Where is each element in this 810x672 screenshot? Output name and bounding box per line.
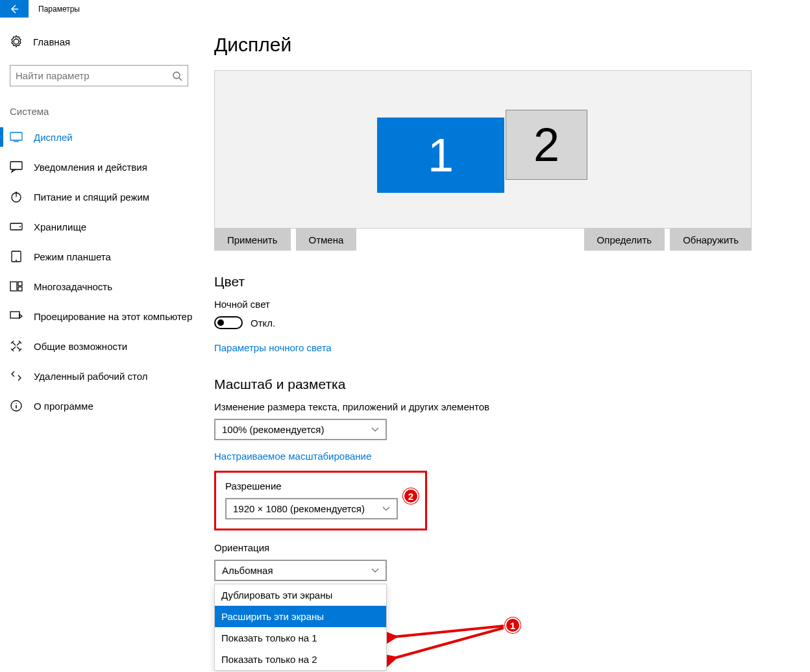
sidebar-item-label: Хранилище bbox=[34, 221, 86, 232]
custom-scaling-link[interactable]: Настраиваемое масштабирование bbox=[214, 451, 784, 462]
sidebar-item-label: Режим планшета bbox=[34, 251, 111, 262]
titlebar: Параметры bbox=[0, 0, 810, 18]
sidebar-item-label: Дисплей bbox=[34, 132, 73, 143]
sidebar: Главная Система Дисплей Уведомления и де… bbox=[0, 18, 195, 671]
sidebar-item-storage[interactable]: Хранилище bbox=[10, 212, 195, 242]
power-icon bbox=[10, 190, 23, 203]
sidebar-item-label: Удаленный рабочий стол bbox=[34, 371, 147, 382]
remote-icon bbox=[10, 369, 23, 382]
multi-display-dropdown[interactable]: Дублировать эти экраны Расширить эти экр… bbox=[214, 584, 387, 671]
dropdown-item-show-2[interactable]: Показать только на 2 bbox=[215, 649, 386, 670]
sidebar-item-multitask[interactable]: Многозадачность bbox=[10, 271, 195, 301]
resolution-label: Разрешение bbox=[225, 480, 416, 492]
svg-rect-8 bbox=[18, 282, 22, 286]
sidebar-section-label: Система bbox=[10, 106, 195, 117]
arrow-left-icon bbox=[9, 4, 19, 14]
search-icon bbox=[172, 71, 182, 81]
search-input[interactable] bbox=[16, 70, 172, 81]
tablet-icon bbox=[10, 250, 23, 263]
sidebar-item-label: Питание и спящий режим bbox=[34, 192, 149, 203]
svg-rect-1 bbox=[10, 132, 22, 140]
sidebar-item-display[interactable]: Дисплей bbox=[10, 122, 195, 152]
sidebar-item-remote[interactable]: Удаленный рабочий стол bbox=[10, 361, 195, 391]
search-box[interactable] bbox=[10, 65, 188, 86]
sidebar-item-tablet[interactable]: Режим планшета bbox=[10, 242, 195, 271]
chevron-down-icon bbox=[371, 568, 379, 573]
home-label: Главная bbox=[33, 36, 70, 47]
sidebar-item-label: Многозадачность bbox=[34, 281, 112, 292]
scale-label: Изменение размера текста, приложений и д… bbox=[214, 401, 784, 412]
sidebar-item-label: О программе bbox=[34, 401, 93, 412]
multitask-icon bbox=[10, 280, 23, 293]
svg-rect-9 bbox=[18, 287, 22, 291]
gear-icon bbox=[10, 35, 23, 48]
info-icon bbox=[10, 399, 23, 412]
svg-rect-10 bbox=[10, 312, 19, 318]
dropdown-item-show-1[interactable]: Показать только на 1 bbox=[215, 627, 386, 649]
chevron-down-icon bbox=[382, 506, 390, 512]
svg-rect-7 bbox=[10, 282, 17, 291]
color-heading: Цвет bbox=[214, 274, 784, 290]
message-icon bbox=[10, 160, 23, 173]
sidebar-item-projecting[interactable]: Проецирование на этот компьютер bbox=[10, 301, 195, 331]
apply-button[interactable]: Применить bbox=[214, 229, 291, 251]
annotation-badge-2: 2 bbox=[403, 488, 419, 504]
sidebar-item-power[interactable]: Питание и спящий режим bbox=[10, 182, 195, 212]
scale-combo[interactable]: 100% (рекомендуется) bbox=[214, 419, 387, 440]
svg-line-12 bbox=[393, 626, 504, 637]
window-title: Параметры bbox=[38, 5, 80, 14]
project-icon bbox=[10, 310, 23, 323]
shared-icon bbox=[10, 340, 23, 353]
dropdown-item-extend[interactable]: Расширить эти экраны bbox=[215, 606, 386, 627]
orientation-combo[interactable]: Альбомная bbox=[214, 560, 387, 581]
detect-button[interactable]: Обнаружить bbox=[670, 229, 752, 251]
resolution-combo[interactable]: 1920 × 1080 (рекомендуется) bbox=[225, 498, 398, 519]
monitor-2[interactable]: 2 bbox=[506, 110, 587, 180]
cancel-button[interactable]: Отмена bbox=[296, 229, 357, 251]
night-light-toggle[interactable] bbox=[214, 316, 243, 329]
sidebar-item-shared[interactable]: Общие возможности bbox=[10, 331, 195, 361]
display-arrangement[interactable]: 1 2 bbox=[214, 70, 752, 229]
chevron-down-icon bbox=[371, 427, 379, 432]
orientation-value: Альбомная bbox=[222, 565, 273, 576]
annotation-badge-1: 1 bbox=[505, 617, 521, 633]
sidebar-item-label: Уведомления и действия bbox=[34, 162, 147, 173]
sidebar-item-about[interactable]: О программе bbox=[10, 391, 195, 421]
home-nav[interactable]: Главная bbox=[10, 27, 195, 56]
annotation-arrows bbox=[387, 610, 517, 672]
svg-point-0 bbox=[173, 72, 180, 79]
svg-point-5 bbox=[19, 226, 21, 227]
night-light-state: Откл. bbox=[251, 317, 275, 329]
page-title: Дисплей bbox=[214, 34, 784, 56]
orientation-label: Ориентация bbox=[214, 542, 784, 553]
night-light-label: Ночной свет bbox=[214, 299, 784, 310]
dropdown-item-duplicate[interactable]: Дублировать эти экраны bbox=[215, 584, 386, 606]
display-action-row: Применить Отмена Определить Обнаружить bbox=[214, 229, 752, 251]
resolution-value: 1920 × 1080 (рекомендуется) bbox=[233, 503, 365, 514]
night-light-link[interactable]: Параметры ночного света bbox=[214, 342, 784, 353]
back-button[interactable] bbox=[0, 0, 29, 18]
sidebar-item-notifications[interactable]: Уведомления и действия bbox=[10, 152, 195, 182]
main-content: Дисплей 1 2 Применить Отмена Определить … bbox=[195, 18, 810, 671]
scale-value: 100% (рекомендуется) bbox=[222, 424, 324, 435]
monitor-1[interactable]: 1 bbox=[377, 118, 504, 193]
annotation-highlight-resolution: Разрешение 1920 × 1080 (рекомендуется) 2 bbox=[214, 471, 427, 530]
sidebar-item-label: Общие возможности bbox=[34, 341, 127, 352]
sidebar-item-label: Проецирование на этот компьютер bbox=[34, 311, 192, 322]
svg-line-13 bbox=[393, 628, 504, 658]
drive-icon bbox=[10, 220, 23, 233]
svg-rect-2 bbox=[10, 162, 22, 169]
identify-button[interactable]: Определить bbox=[584, 229, 665, 251]
scale-heading: Масштаб и разметка bbox=[214, 377, 784, 392]
monitor-icon bbox=[10, 131, 23, 143]
